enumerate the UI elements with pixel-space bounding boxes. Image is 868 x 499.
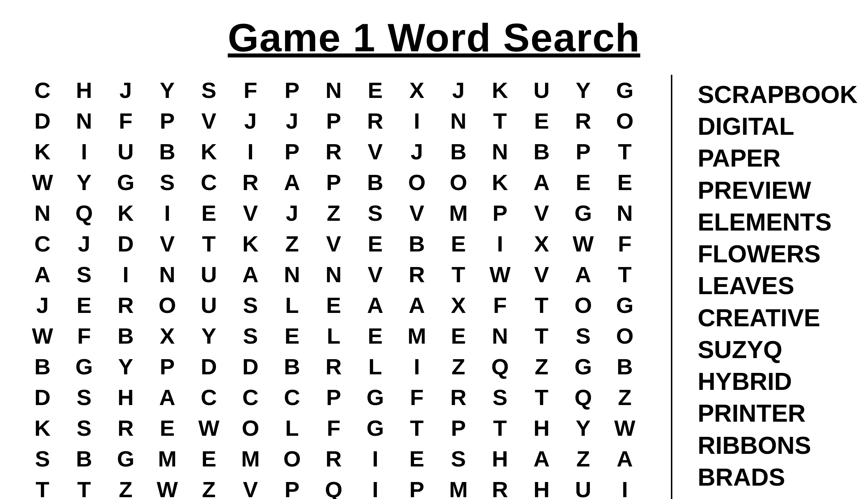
grid-cell: W	[22, 321, 63, 351]
grid-cell: S	[188, 75, 230, 106]
grid-cell: O	[271, 443, 313, 474]
grid-cell: D	[188, 351, 230, 382]
grid-cell: Q	[562, 382, 604, 413]
grid-cell: P	[271, 474, 313, 499]
grid-cell: T	[63, 474, 105, 499]
grid-cell: L	[271, 290, 313, 321]
grid-cell: V	[230, 198, 271, 228]
word-list-item: MEMORIES	[698, 493, 858, 499]
grid-cell: S	[354, 198, 396, 228]
grid-cell: O	[562, 290, 604, 321]
grid-cell: V	[188, 106, 230, 136]
grid-cell: A	[230, 259, 271, 290]
word-search-grid: CHJYSFPNEXJKUYGDNFPVJJPRINTEROKIUBKIPRVJ…	[22, 75, 660, 499]
grid-cell: G	[105, 167, 146, 198]
grid-cell: T	[188, 228, 230, 259]
grid-cell: I	[479, 228, 521, 259]
grid-cell: N	[63, 106, 105, 136]
grid-cell: R	[313, 351, 354, 382]
grid-cell: I	[604, 474, 646, 499]
grid-cell: P	[396, 474, 438, 499]
grid-cell: R	[230, 167, 271, 198]
grid-cell: M	[438, 198, 479, 228]
grid-row: KIUBKIPRVJBNBPT	[22, 136, 646, 167]
grid-cell: K	[22, 413, 63, 443]
grid-cell: Y	[562, 413, 604, 443]
grid-cell: C	[22, 228, 63, 259]
grid-cell: E	[354, 75, 396, 106]
grid-cell: V	[313, 228, 354, 259]
grid-cell: T	[521, 382, 562, 413]
grid-cell: P	[146, 351, 188, 382]
grid-cell: R	[438, 382, 479, 413]
grid-cell: S	[438, 443, 479, 474]
grid-cell: O	[146, 290, 188, 321]
grid-cell: A	[604, 443, 646, 474]
grid-row: WYGSCRAPBOOKAEE	[22, 167, 646, 198]
grid-cell: R	[105, 290, 146, 321]
grid-cell: W	[604, 413, 646, 443]
grid-cell: N	[271, 259, 313, 290]
grid-cell: A	[271, 167, 313, 198]
word-list-item: SCRAPBOOK	[698, 78, 858, 110]
grid-cell: G	[562, 198, 604, 228]
grid-cell: F	[313, 413, 354, 443]
grid-row: BGYPDDBRLIZQZGB	[22, 351, 646, 382]
grid-cell: T	[396, 413, 438, 443]
grid-cell: B	[604, 351, 646, 382]
grid-cell: S	[63, 413, 105, 443]
grid-cell: A	[562, 259, 604, 290]
grid-cell: K	[22, 136, 63, 167]
word-list-item: PAPER	[698, 142, 858, 174]
grid-cell: T	[479, 106, 521, 136]
grid-cell: A	[146, 382, 188, 413]
grid-row: JEROUSLEAAXFTOG	[22, 290, 646, 321]
grid-cell: K	[479, 75, 521, 106]
grid-cell: I	[230, 136, 271, 167]
grid-cell: D	[22, 382, 63, 413]
grid-cell: B	[438, 136, 479, 167]
grid-cell: U	[188, 259, 230, 290]
grid-cell: C	[188, 167, 230, 198]
grid-cell: T	[604, 259, 646, 290]
grid-cell: X	[438, 290, 479, 321]
grid-cell: E	[188, 198, 230, 228]
grid-cell: H	[105, 382, 146, 413]
grid-cell: U	[562, 474, 604, 499]
grid-cell: G	[604, 290, 646, 321]
grid-cell: Z	[188, 474, 230, 499]
grid-cell: J	[63, 228, 105, 259]
grid-cell: S	[22, 443, 63, 474]
word-list-item: SUZYQ	[698, 334, 858, 365]
grid-cell: Z	[105, 474, 146, 499]
grid-cell: C	[22, 75, 63, 106]
grid-row: CHJYSFPNEXJKUYG	[22, 75, 646, 106]
grid-cell: Z	[313, 198, 354, 228]
grid-cell: X	[146, 321, 188, 351]
grid-cell: D	[105, 228, 146, 259]
grid-cell: F	[105, 106, 146, 136]
grid-cell: E	[521, 106, 562, 136]
grid-cell: Q	[479, 351, 521, 382]
grid-cell: J	[438, 75, 479, 106]
grid-cell: N	[313, 259, 354, 290]
grid-cell: E	[604, 167, 646, 198]
grid-row: DNFPVJJPRINTERO	[22, 106, 646, 136]
grid-cell: V	[521, 198, 562, 228]
word-list-item: FLOWERS	[698, 238, 858, 270]
grid-cell: U	[521, 75, 562, 106]
grid-cell: U	[188, 290, 230, 321]
grid-cell: Z	[604, 382, 646, 413]
grid-cell: F	[479, 290, 521, 321]
grid-cell: T	[604, 136, 646, 167]
grid-cell: N	[146, 259, 188, 290]
grid-cell: B	[63, 443, 105, 474]
grid-cell: P	[313, 106, 354, 136]
grid-cell: P	[479, 198, 521, 228]
grid-cell: W	[146, 474, 188, 499]
grid-cell: E	[396, 443, 438, 474]
grid-cell: Z	[521, 351, 562, 382]
grid-cell: O	[438, 167, 479, 198]
grid-cell: P	[271, 75, 313, 106]
grid-cell: P	[313, 382, 354, 413]
